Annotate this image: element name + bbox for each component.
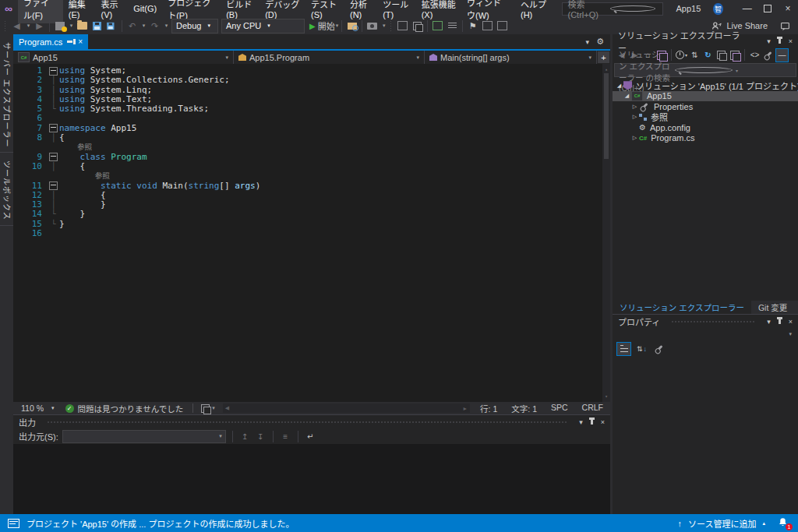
start-debugging-button[interactable]: ▶ 開始 ▾ [309, 19, 338, 33]
switch-views-button[interactable] [655, 49, 667, 62]
screenshot-dropdown[interactable]: ▾ [380, 19, 387, 33]
eol-indicator[interactable]: CRLF [575, 403, 610, 414]
spaces-indicator[interactable]: SPC [544, 403, 575, 414]
fold-margin[interactable] [48, 124, 59, 133]
project-dropdown[interactable]: C# App15 ▾ [13, 51, 234, 64]
column-indicator[interactable]: 文字: 1 [504, 403, 544, 414]
tab-program-cs[interactable]: Program.cs × [13, 34, 88, 49]
tool-window-tab[interactable]: Git 変更 [751, 301, 794, 314]
redo-button[interactable]: ↷ [148, 19, 161, 33]
fold-margin[interactable] [48, 153, 59, 162]
clear-all-button[interactable]: ≡ [280, 432, 291, 441]
menu-item[interactable]: ヘルプ(H) [515, 0, 554, 22]
show-all-files-button[interactable] [729, 49, 740, 62]
split-window-button[interactable]: + [598, 51, 609, 63]
increase-indent-button[interactable] [446, 19, 459, 33]
window-position-dropdown[interactable]: ▾ [579, 418, 583, 426]
redo-dropdown[interactable]: ▾ [163, 19, 169, 33]
notifications-button[interactable]: 1 [778, 517, 790, 530]
fold-margin[interactable] [48, 171, 59, 181]
next-bookmark-button[interactable] [496, 19, 509, 33]
type-dropdown[interactable]: App15.Program ▾ [234, 51, 425, 64]
close-icon[interactable]: × [789, 318, 793, 326]
properties-header[interactable]: プロパティ ▾ × [613, 315, 798, 328]
navigate-forward-button[interactable]: ▶ [33, 19, 46, 33]
navigate-back-dropdown[interactable]: ▾ [25, 19, 31, 33]
collapse-region-icon[interactable] [49, 153, 58, 161]
tree-collapsed-icon[interactable]: ▷ [630, 114, 639, 120]
scrollbar-thumb[interactable] [604, 73, 609, 159]
tool-window-tab[interactable]: ソリューション エクスプローラー [613, 301, 751, 314]
fold-margin[interactable] [48, 143, 59, 152]
solution-configurations-dropdown[interactable]: Debug ▾ [171, 19, 218, 33]
next-message-button[interactable]: ↧ [255, 432, 267, 441]
close-icon[interactable]: × [789, 37, 793, 45]
source-control-caret-icon[interactable]: ▴ [762, 520, 765, 527]
scroll-left-icon[interactable]: ◀ [225, 405, 229, 411]
fold-margin[interactable]: └ [48, 220, 59, 229]
output-panel-header[interactable]: 出力 ▾ × [13, 415, 610, 428]
pending-changes-filter-button[interactable]: ▾ [676, 49, 687, 62]
decrease-indent-button[interactable] [431, 19, 444, 33]
fold-margin[interactable]: │ [48, 133, 59, 143]
toggle-bookmark-button[interactable]: ⚑ [466, 19, 479, 33]
fold-margin[interactable] [48, 229, 59, 238]
fold-margin[interactable]: │ [48, 76, 59, 85]
browse-with-button[interactable] [345, 19, 358, 33]
view-code-button[interactable]: <> [749, 49, 761, 62]
member-dropdown[interactable]: Main(string[] args) ▾ [425, 51, 597, 64]
properties-object-dropdown[interactable]: ▾ [613, 328, 798, 340]
window-position-dropdown[interactable]: ▾ [767, 318, 771, 326]
scroll-right-icon[interactable]: ► [462, 406, 468, 411]
toolbar-grip[interactable] [4, 20, 7, 31]
editor-horizontal-scrollbar[interactable]: ◀ ► [223, 403, 470, 413]
codelens-references-link[interactable]: 参照 [59, 171, 110, 180]
new-project-dropdown[interactable]: ▾ [68, 19, 74, 33]
close-button[interactable]: × [778, 0, 798, 17]
line-indicator[interactable]: 行: 1 [473, 403, 504, 414]
open-file-button[interactable] [76, 19, 89, 33]
tree-collapsed-icon[interactable]: ▷ [630, 135, 639, 141]
account-avatar[interactable]: 智 [713, 3, 722, 15]
editor-vertical-scrollbar[interactable]: ▴ ▾ [602, 64, 610, 402]
tree-item--[interactable]: ▷参照 [613, 112, 798, 123]
collapse-region-icon[interactable] [49, 124, 58, 132]
fold-margin[interactable] [48, 181, 59, 191]
fold-margin[interactable]: │ [48, 95, 59, 104]
window-position-dropdown[interactable]: ▾ [767, 37, 771, 45]
navigate-back-button[interactable]: ◀ [10, 19, 23, 33]
collapse-region-icon[interactable] [49, 67, 58, 76]
codelens-references-link[interactable]: 参照 [59, 143, 92, 151]
tab-list-dropdown[interactable]: ▾ [586, 38, 590, 46]
save-button[interactable] [90, 19, 104, 33]
sync-with-active-document-button[interactable]: ⇅ [689, 49, 701, 62]
tree-collapsed-icon[interactable]: ▷ [630, 104, 639, 110]
menu-item[interactable]: Git(G) [128, 2, 162, 16]
tree-item-app-config[interactable]: ⚙App.config [613, 122, 798, 133]
fold-margin[interactable] [48, 66, 59, 76]
pin-icon[interactable] [779, 319, 781, 324]
tree-expanded-icon[interactable]: ◢ [623, 93, 631, 99]
diff-margin-dropdown[interactable]: ▾ [196, 404, 220, 413]
properties-content[interactable] [613, 357, 798, 514]
prev-message-button[interactable]: ↥ [239, 432, 251, 441]
output-content[interactable] [13, 444, 610, 514]
fold-margin[interactable]: │ [48, 86, 59, 95]
comment-out-button[interactable] [396, 19, 409, 33]
undo-button[interactable]: ↶ [125, 19, 139, 33]
restore-button[interactable] [757, 0, 778, 17]
editor-settings-gear-icon[interactable]: ⚙ [596, 37, 604, 47]
feedback-icon[interactable] [780, 21, 790, 31]
properties-button[interactable] [762, 49, 774, 62]
tree-item-app15[interactable]: ◢C#App15 [613, 91, 798, 102]
fold-margin[interactable]: └ [48, 210, 59, 219]
collapse-region-icon[interactable] [49, 181, 58, 190]
prev-bookmark-button[interactable] [481, 19, 494, 33]
collapse-all-button[interactable] [715, 49, 727, 62]
output-source-dropdown[interactable]: ▾ [62, 430, 226, 443]
pin-icon[interactable] [779, 38, 781, 44]
tree-item-program-cs[interactable]: ▷C#Program.cs [613, 133, 798, 144]
document-health-indicator[interactable]: ✓ 問題は見つかりませんでした [59, 403, 190, 414]
add-to-source-control-button[interactable]: ソース管理に追加 [688, 517, 756, 530]
new-project-button[interactable] [53, 19, 66, 33]
